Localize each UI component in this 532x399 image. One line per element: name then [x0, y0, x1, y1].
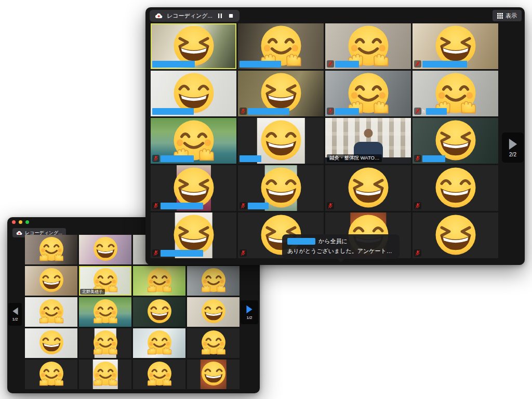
redacted-name-bar — [422, 155, 445, 162]
video-tile[interactable]: 鍼灸・整体院 WATO… — [325, 118, 411, 164]
redacted-name-bar — [161, 203, 203, 209]
page-indicator: 1/2 — [246, 315, 252, 320]
chat-notification-popup[interactable]: から全員に ありがとうございました。アンケート… — [282, 234, 400, 259]
next-page-button[interactable]: 1/2 — [241, 300, 258, 324]
video-tile[interactable] — [151, 118, 236, 164]
prev-page-arrow-icon — [12, 307, 19, 315]
page-indicator: 2/2 — [509, 152, 516, 157]
video-tile[interactable] — [413, 23, 498, 69]
video-tile[interactable] — [79, 235, 131, 264]
emoji-hug-icon — [147, 267, 172, 293]
muted-mic-icon — [414, 202, 421, 209]
emoji-hug-icon — [92, 361, 118, 387]
view-button[interactable]: 表示 — [493, 10, 522, 21]
muted-mic-icon — [327, 202, 334, 209]
video-tile[interactable] — [187, 297, 240, 327]
video-tile[interactable] — [238, 165, 324, 211]
participant-name: h — [422, 109, 425, 114]
emoji-hug-icon — [38, 361, 64, 387]
video-tile[interactable] — [25, 297, 77, 327]
video-gallery: h鍼灸・整体院 WATO… — [151, 23, 498, 258]
fullscreen-window-button[interactable] — [25, 220, 29, 224]
pause-icon — [218, 13, 222, 19]
redacted-name-bar — [152, 61, 195, 68]
video-tile[interactable] — [151, 212, 236, 258]
next-page-arrow-icon — [246, 305, 253, 314]
stop-icon — [229, 14, 233, 18]
emoji-smile-icon — [434, 166, 477, 209]
emoji-smile-icon — [259, 118, 303, 162]
video-tile[interactable] — [187, 360, 240, 389]
close-window-button[interactable] — [12, 220, 16, 224]
video-tile[interactable] — [79, 297, 131, 327]
stop-recording-button[interactable] — [228, 14, 234, 18]
redacted-sender-name — [287, 238, 315, 245]
video-tile[interactable] — [25, 266, 77, 296]
video-tile[interactable] — [79, 360, 131, 389]
video-tile[interactable] — [187, 266, 240, 296]
emoji-hug-icon — [92, 329, 118, 355]
emoji-smile-icon — [38, 267, 64, 293]
redacted-name-bar — [240, 61, 281, 68]
video-tile[interactable] — [25, 328, 77, 358]
video-tile[interactable] — [238, 71, 324, 116]
video-tile[interactable] — [151, 165, 236, 211]
minimize-window-button[interactable] — [19, 220, 22, 224]
video-tile[interactable] — [25, 235, 77, 264]
zoom-window-main[interactable]: レコーディング... 表示 h鍼灸・整体院 WATO… 2/ — [145, 7, 525, 265]
redacted-name-bar — [240, 155, 261, 162]
host-head — [364, 129, 373, 138]
video-tile[interactable] — [325, 71, 411, 116]
video-tile[interactable] — [151, 71, 236, 116]
emoji-hug-icon — [147, 361, 172, 387]
redacted-name-bar — [248, 108, 289, 115]
emoji-smile-icon — [147, 298, 172, 324]
muted-mic-icon — [152, 249, 159, 257]
recording-label: レコーディング... — [167, 12, 212, 20]
cloud-recording-icon — [16, 231, 22, 235]
muted-mic-icon — [414, 60, 421, 68]
redacted-name-bar — [335, 108, 359, 115]
cloud-recording-icon — [155, 13, 163, 19]
muted-mic-icon — [327, 108, 334, 115]
gallery-grid-icon — [497, 13, 503, 19]
emoji-hug-icon — [147, 329, 172, 355]
redacted-name-bar — [152, 108, 194, 115]
video-tile[interactable] — [238, 118, 324, 164]
window-controls — [12, 220, 29, 224]
emoji-smile-icon — [201, 361, 227, 387]
emoji-laugh-icon — [347, 166, 390, 209]
redacted-name-bar — [335, 61, 359, 68]
muted-mic-icon — [152, 155, 159, 162]
video-tile[interactable] — [413, 118, 498, 164]
video-tile[interactable] — [133, 297, 185, 327]
muted-mic-icon — [414, 155, 421, 162]
video-tile[interactable] — [238, 23, 324, 69]
page-indicator: 1/2 — [12, 317, 18, 322]
chat-to-all-label: から全員に — [318, 237, 348, 245]
video-tile[interactable] — [413, 165, 498, 211]
muted-mic-icon — [240, 108, 247, 115]
video-tile[interactable] — [187, 328, 240, 358]
emoji-hug-icon — [201, 329, 227, 355]
video-tile[interactable] — [133, 328, 185, 358]
video-tile[interactable] — [325, 23, 411, 69]
video-tile[interactable] — [133, 266, 185, 296]
emoji-hug-icon — [38, 298, 64, 324]
chat-message-preview: ありがとうございました。アンケート… — [287, 247, 394, 255]
pause-recording-button[interactable] — [217, 13, 223, 19]
recording-indicator: レコーディング... — [150, 10, 240, 22]
video-tile[interactable] — [25, 360, 77, 389]
video-tile[interactable] — [133, 360, 185, 389]
video-tile[interactable] — [79, 328, 131, 358]
video-tile[interactable] — [325, 165, 411, 211]
emoji-smile-icon — [201, 298, 227, 324]
previous-page-button[interactable]: 1/2 — [8, 303, 22, 326]
video-tile[interactable]: 北野美穂子 — [79, 266, 131, 296]
next-page-button[interactable]: 2/2 — [502, 132, 524, 163]
video-tile[interactable] — [413, 212, 498, 258]
video-tile[interactable]: h — [413, 71, 498, 116]
video-tile[interactable] — [151, 23, 236, 69]
emoji-hug-icon — [92, 298, 118, 324]
redacted-name-bar — [161, 250, 203, 257]
